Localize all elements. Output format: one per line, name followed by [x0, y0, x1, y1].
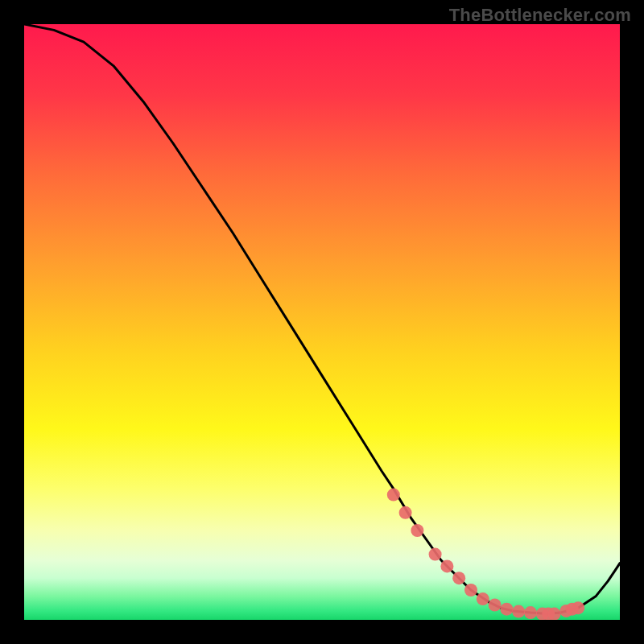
marker-dot	[572, 601, 584, 614]
chart-plot-area	[24, 24, 620, 620]
marker-dot	[548, 608, 561, 620]
marker-dot	[500, 603, 513, 616]
marker-dot	[411, 524, 423, 537]
marker-dot	[489, 599, 502, 612]
marker-dot	[387, 489, 400, 502]
watermark-text: TheBottlenecker.com	[449, 5, 631, 26]
chart-frame: TheBottlenecker.com	[0, 0, 644, 644]
marker-dot	[429, 548, 442, 561]
marker-dot	[524, 606, 537, 619]
chart-svg	[24, 24, 620, 620]
marker-dot	[512, 605, 525, 618]
marker-dot	[440, 559, 453, 572]
marker-dot	[477, 592, 489, 605]
marker-dot	[464, 584, 477, 597]
chart-background	[24, 24, 620, 620]
marker-dot	[399, 506, 412, 519]
marker-dot	[452, 572, 465, 584]
